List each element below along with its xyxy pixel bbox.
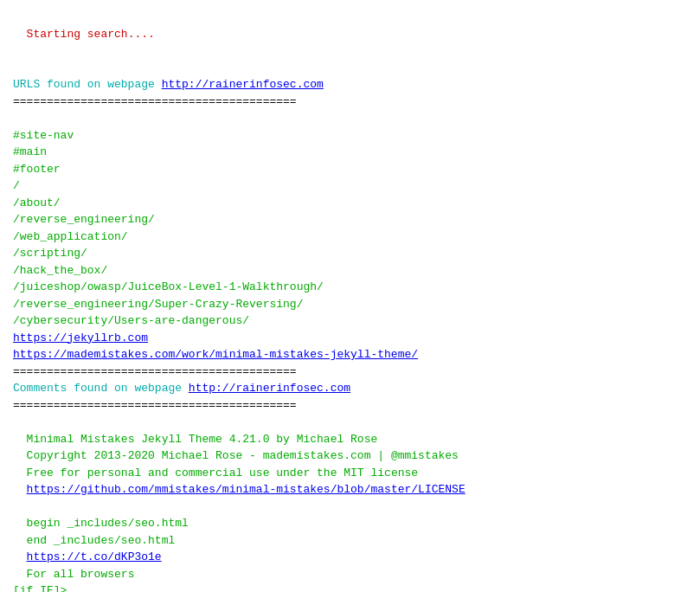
terminal-output: Starting search.... URLS found on webpag…	[13, 9, 687, 592]
separator-2: ========================================…	[13, 365, 297, 378]
comment-ie: [if IE]>	[13, 584, 67, 592]
comment-tco-link-label	[13, 550, 27, 563]
comment-line-1: Minimal Mistakes Jekyll Theme 4.21.0 by …	[13, 433, 377, 446]
comment-for-all-browsers: For all browsers	[13, 568, 134, 581]
comment-seo-end: end _includes/seo.html	[13, 534, 175, 547]
comments-page-link[interactable]: http://rainerinfosec.com	[189, 382, 350, 395]
external-link-mademistakes[interactable]: https://mademistakes.com/work/minimal-mi…	[13, 348, 418, 361]
url-super-crazy: /reverse_engineering/Super-Crazy-Reversi…	[13, 298, 303, 311]
urls-section: URLS found on webpage http://rainerinfos…	[13, 78, 324, 108]
separator-1: ========================================…	[13, 95, 297, 108]
comment-seo-begin: begin _includes/seo.html	[13, 517, 189, 530]
url-main: #main	[13, 145, 47, 158]
url-footer: #footer	[13, 163, 61, 176]
separator-3: ========================================…	[13, 399, 297, 412]
url-hack-the-box: /hack_the_box/	[13, 264, 107, 277]
url-root: /	[13, 179, 20, 192]
url-about: /about/	[13, 196, 61, 209]
url-list: #site-nav #main #footer / /about/ /rever…	[13, 129, 466, 593]
url-cybersecurity: /cybersecurity/Users-are-dangerous/	[13, 314, 249, 327]
url-reverse-engineering: /reverse_engineering/	[13, 213, 155, 226]
urls-header-label: URLS found on webpage	[13, 78, 162, 91]
url-site-nav: #site-nav	[13, 129, 74, 142]
url-scripting: /scripting/	[13, 247, 87, 260]
comment-line-2: Copyright 2013-2020 Michael Rose - madem…	[13, 449, 459, 462]
comments-header-label: Comments found on webpage	[13, 382, 189, 395]
url-juiceshop: /juiceshop/owasp/JuiceBox-Level-1-Walkth…	[13, 280, 324, 293]
url-web-application: /web_application/	[13, 230, 128, 243]
comment-line-3: Free for personal and commercial use und…	[13, 467, 418, 479]
status-line: Starting search....	[27, 28, 155, 41]
urls-page-link[interactable]: http://rainerinfosec.com	[162, 78, 324, 91]
comment-line-4	[13, 483, 27, 496]
license-link[interactable]: https://github.com/mmistakes/minimal-mis…	[27, 483, 466, 496]
tco-link[interactable]: https://t.co/dKP3o1e	[27, 550, 162, 563]
external-link-jekyll[interactable]: https://jekyllrb.com	[13, 331, 148, 344]
